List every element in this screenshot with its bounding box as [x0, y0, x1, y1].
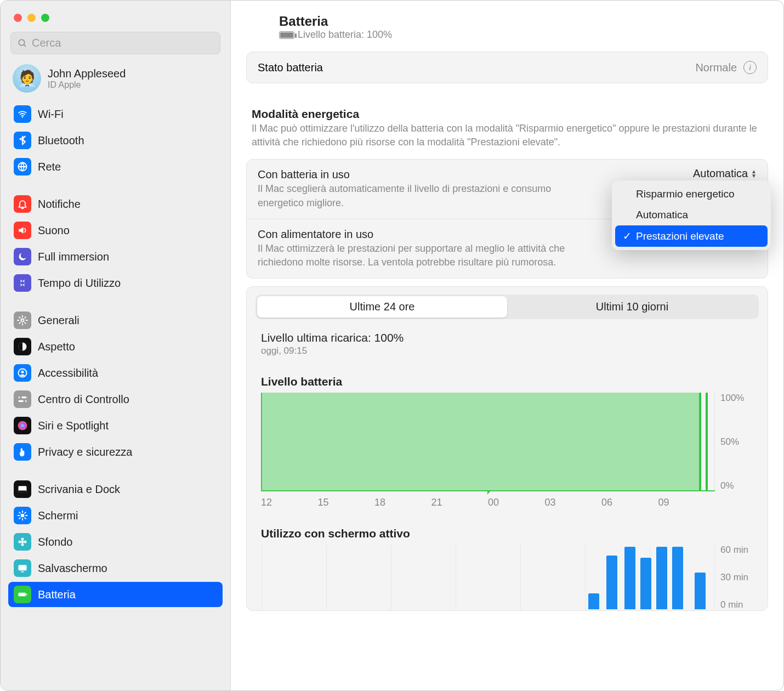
- segment-24h[interactable]: Ultime 24 ore: [257, 296, 507, 318]
- sidebar-item-displays[interactable]: Schermi: [8, 503, 223, 528]
- wifi-icon: [14, 105, 31, 123]
- person-icon: [14, 364, 31, 382]
- chevron-updown-icon: ▲▼: [751, 169, 757, 178]
- search-icon: [18, 38, 27, 48]
- xaxis-label: 21: [431, 497, 488, 508]
- bt-icon: [14, 132, 31, 149]
- segment-10d[interactable]: Ultimi 10 giorni: [507, 296, 757, 318]
- sidebar-item-sound[interactable]: Suono: [8, 218, 223, 243]
- chart-usage-ylabels: 60 min30 min0 min: [715, 545, 753, 610]
- segmented-control[interactable]: Ultime 24 ore Ultimi 10 giorni: [255, 294, 759, 319]
- svg-point-7: [21, 371, 24, 373]
- status-value: Normale: [695, 61, 737, 74]
- chart-level-title: Livello batteria: [261, 375, 753, 388]
- sidebar-item-label: Suono: [38, 224, 70, 237]
- sidebar-item-focus[interactable]: Full immersion: [8, 244, 223, 269]
- sidebar-item-battery[interactable]: Batteria: [8, 582, 223, 607]
- sidebar-item-label: Scrivania e Dock: [38, 483, 120, 496]
- content: Batteria Livello batteria: 100% Stato ba…: [231, 1, 783, 690]
- hand-icon: [14, 443, 31, 461]
- last-charge-label: Livello ultima ricarica: 100%: [261, 331, 753, 344]
- svg-point-10: [20, 397, 22, 399]
- xaxis-label: 06: [601, 497, 658, 508]
- siri-icon: [14, 417, 31, 434]
- page-title: Batteria: [279, 14, 764, 29]
- window-controls: [8, 1, 223, 29]
- last-charge-time: oggi, 09:15: [261, 346, 753, 356]
- svg-point-17: [21, 538, 24, 541]
- svg-rect-14: [19, 491, 27, 492]
- close-icon[interactable]: [14, 14, 22, 22]
- svg-point-19: [19, 541, 21, 543]
- popup-item[interactable]: Risparmio energetico: [615, 184, 768, 205]
- svg-point-0: [19, 39, 25, 46]
- sidebar-item-notifications[interactable]: Notifiche: [8, 191, 223, 217]
- sidebar-item-wifi[interactable]: Wi-Fi: [8, 101, 223, 127]
- sidebar-item-accessibility[interactable]: Accessibilità: [8, 360, 223, 386]
- sidebar-item-screentime[interactable]: Tempo di Utilizzo: [8, 270, 223, 296]
- svg-rect-23: [19, 593, 26, 597]
- avatar: 🧑‍💼: [13, 64, 41, 93]
- sidebar-item-bluetooth[interactable]: Bluetooth: [8, 128, 223, 153]
- yaxis-label: 60 min: [720, 545, 753, 556]
- hourglass-icon: [14, 274, 31, 292]
- chart-level: Livello batteria 1215182100030609 100%50…: [255, 356, 759, 508]
- sidebar-item-label: Salvaschermo: [38, 562, 107, 575]
- sidebar-item-general[interactable]: Generali: [8, 308, 223, 333]
- sidebar-item-controlcenter[interactable]: Centro di Controllo: [8, 387, 223, 412]
- account-row[interactable]: 🧑‍💼 John Appleseed ID Apple: [8, 64, 223, 101]
- sidebar-item-screensaver[interactable]: Salvaschermo: [8, 556, 223, 581]
- sidebar: Cerca 🧑‍💼 John Appleseed ID Apple Wi-FiB…: [1, 1, 231, 690]
- yaxis-label: 0%: [720, 480, 753, 491]
- sidebar-item-privacy[interactable]: Privacy e sicurezza: [8, 439, 223, 465]
- speaker-icon: [14, 222, 31, 239]
- xaxis-label: 12: [261, 497, 318, 508]
- dock-icon: [14, 480, 31, 498]
- sidebar-list: Wi-FiBluetoothReteNotificheSuonoFull imm…: [8, 101, 223, 607]
- sidebar-item-label: Accessibilità: [38, 367, 98, 380]
- on-battery-title: Con batteria in uso: [258, 168, 757, 181]
- popup-item-label: Prestazioni elevate: [636, 230, 724, 242]
- usage-bar: [606, 556, 617, 609]
- check-icon: ✓: [623, 230, 632, 242]
- popup-item[interactable]: Automatica: [615, 205, 768, 225]
- svg-rect-22: [21, 571, 24, 573]
- sidebar-item-label: Centro di Controllo: [38, 393, 129, 406]
- sidebar-item-label: Tempo di Utilizzo: [38, 277, 121, 290]
- energy-title: Modalità energetica: [252, 107, 763, 121]
- page-subtitle: Livello batteria: 100%: [279, 29, 764, 41]
- sidebar-item-label: Sfondo: [38, 536, 72, 548]
- search-input[interactable]: Cerca: [10, 32, 220, 54]
- sidebar-item-siri[interactable]: Siri e Spotlight: [8, 413, 223, 438]
- energy-popup[interactable]: Risparmio energeticoAutomatica✓Prestazio…: [612, 180, 771, 250]
- popup-item[interactable]: ✓Prestazioni elevate: [615, 225, 768, 247]
- energy-card: Con batteria in uso Il Mac sceglierà aut…: [246, 159, 768, 279]
- battery-icon: [14, 586, 31, 603]
- battery-level-text: Livello batteria: 100%: [298, 29, 392, 41]
- sidebar-item-label: Batteria: [38, 588, 76, 601]
- sidebar-item-desktop[interactable]: Scrivania e Dock: [8, 477, 223, 502]
- history-card: Ultime 24 ore Ultimi 10 giorni Livello u…: [246, 286, 768, 611]
- account-name: John Appleseed: [48, 67, 126, 80]
- battery-icon: [279, 31, 294, 39]
- xaxis-label: 15: [318, 497, 375, 508]
- fullscreen-icon[interactable]: [41, 14, 49, 22]
- sidebar-item-network[interactable]: Rete: [8, 154, 223, 179]
- moon-icon: [14, 248, 31, 265]
- sidebar-item-appearance[interactable]: Aspetto: [8, 334, 223, 359]
- on-battery-desc: Il Mac sceglierà automaticamente il live…: [258, 182, 576, 209]
- svg-rect-21: [19, 565, 27, 570]
- svg-rect-24: [26, 593, 27, 595]
- info-icon[interactable]: i: [743, 61, 757, 74]
- svg-point-18: [21, 543, 24, 546]
- svg-point-4: [21, 319, 24, 322]
- contrast-icon: [14, 338, 31, 355]
- chart-usage-title: Utilizzo con schermo attivo: [261, 527, 753, 540]
- on-battery-select[interactable]: Automatica ▲▼: [693, 167, 757, 180]
- sidebar-item-wallpaper[interactable]: Sfondo: [8, 529, 223, 554]
- gear-icon: [14, 311, 31, 329]
- usage-bar: [640, 558, 651, 609]
- usage-bar: [624, 547, 635, 609]
- sidebar-item-label: Full immersion: [38, 251, 109, 263]
- minimize-icon[interactable]: [27, 14, 36, 22]
